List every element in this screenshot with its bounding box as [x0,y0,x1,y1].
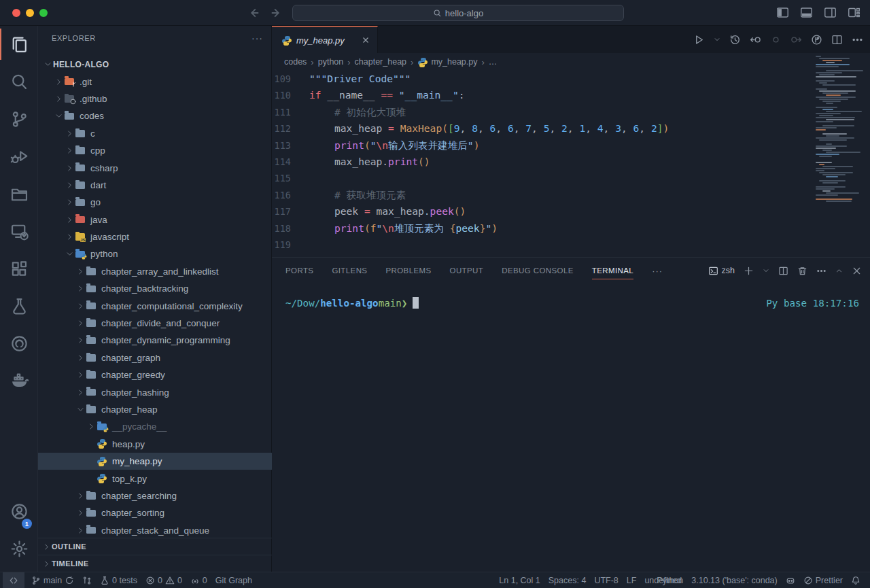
status-language-mode[interactable]: undefinedPython [640,572,687,588]
activity-item-project-folder[interactable] [0,175,38,213]
tree-item-chapter-graph[interactable]: chapter_graph [38,349,272,366]
section-outline[interactable]: OUTLINE [38,538,272,555]
toggle-secondary-sidebar-icon[interactable] [824,6,837,19]
chevron-down-icon[interactable] [53,111,64,122]
tree-item-chapter-hashing[interactable]: chapter_hashing [38,383,272,400]
chevron-down-icon[interactable] [42,59,53,70]
change-indicator-icon[interactable] [770,34,782,46]
panel-tab-debug-console[interactable]: DEBUG CONSOLE [502,258,574,283]
status-cursor-position[interactable]: Ln 1, Col 1 [495,572,544,588]
chevron-right-icon[interactable] [75,352,86,363]
tab-my-heap[interactable]: my_heap.py [272,26,378,53]
panel-tab-gitlens[interactable]: GITLENS [332,258,367,283]
status-encoding[interactable]: UTF-8 [590,572,622,588]
status-tests[interactable]: 0 tests [96,572,141,588]
toggle-sidebar-icon[interactable] [776,6,789,19]
tree-item-javascript[interactable]: JSjavascript [38,228,272,245]
close-window-button[interactable] [12,9,20,17]
status-indentation[interactable]: Spaces: 4 [544,572,591,588]
activity-item-source-control[interactable] [0,101,38,138]
tree-item-cpp[interactable]: cpp [38,142,272,159]
close-panel-icon[interactable] [852,266,862,276]
chevron-right-icon[interactable] [64,197,75,208]
accounts-button[interactable]: 1 [0,493,38,530]
chevron-down-icon[interactable] [75,404,86,415]
chevron-right-icon[interactable] [64,145,75,156]
code-editor[interactable]: 109"""Driver Code"""110if __name__ == "_… [272,71,870,257]
tree-item-my-heap-py[interactable]: my_heap.py [38,453,272,470]
breadcrumb-item-[interactable]: … [489,57,498,67]
tree-item-dart[interactable]: dart [38,177,272,194]
activity-item-github[interactable] [0,325,38,362]
chevron-right-icon[interactable] [64,128,75,139]
tree-item-chapter-array-and-linkedlist[interactable]: chapter_array_and_linkedlist [38,263,272,280]
tree-item-chapter-heap[interactable]: chapter_heap [38,401,272,418]
activity-item-docker[interactable] [0,362,38,400]
panel-tabs-more-icon[interactable]: ··· [652,266,663,276]
toggle-panel-icon[interactable] [800,6,813,19]
tree-item-pycache[interactable]: __pycache__ [38,418,272,435]
panel-tab-terminal[interactable]: TERMINAL [592,258,633,283]
activity-item-search[interactable] [0,63,38,101]
close-tab-icon[interactable] [361,35,370,45]
status-prettier[interactable]: Prettier [799,572,847,588]
status-git-graph[interactable]: Git Graph [211,572,256,588]
customize-layout-icon[interactable] [848,6,860,19]
tree-item-chapter-backtracking[interactable]: chapter_backtracking [38,280,272,297]
breadcrumb-item-chapter-heap[interactable]: chapter_heap [355,57,406,67]
chevron-right-icon[interactable] [75,508,86,519]
tree-item-hello-algo[interactable]: HELLO-ALGO [38,56,272,73]
tree-item-c[interactable]: c [38,125,272,142]
tree-item-github[interactable]: .github [38,90,272,107]
run-python-file-icon[interactable] [693,34,705,46]
status-remote[interactable] [3,572,24,588]
terminal-dropdown-icon[interactable] [763,267,769,274]
history-forward-icon[interactable] [269,6,283,20]
chevron-right-icon[interactable] [53,76,64,87]
terminal[interactable]: ~/Dow/hello-algo main ❯Py base 18:17:16 [285,297,859,309]
tree-item-heap-py[interactable]: heap.py [38,436,272,453]
chevron-right-icon[interactable] [75,490,86,501]
chevron-right-icon[interactable] [64,162,75,173]
status-feed[interactable]: 0 [186,572,211,588]
tree-item-chapter-stack-and-queue[interactable]: chapter_stack_and_queue [38,522,272,539]
activity-item-testing[interactable] [0,288,38,325]
next-change-icon[interactable] [790,34,802,46]
chevron-right-icon[interactable] [75,370,86,381]
tree-item-codes[interactable]: codes [38,107,272,124]
new-terminal-icon[interactable] [744,266,754,276]
explorer-more-actions-icon[interactable]: ··· [251,33,263,44]
chevron-right-icon[interactable] [53,93,64,104]
split-editor-icon[interactable] [831,34,843,46]
history-back-icon[interactable] [247,6,261,20]
chevron-right-icon[interactable] [64,214,75,225]
chevron-right-icon[interactable] [64,232,75,243]
chevron-down-icon[interactable] [64,249,75,260]
breadcrumb-item-codes[interactable]: codes [284,57,307,67]
activity-item-extensions[interactable] [0,250,38,288]
tree-item-git[interactable]: .git [38,73,272,90]
section-timeline[interactable]: TIMELINE [38,555,272,572]
activity-item-run-debug[interactable] [0,138,38,175]
timeline-icon[interactable] [729,34,741,46]
tree-item-go[interactable]: go [38,194,272,211]
breadcrumb-item-python[interactable]: python [318,57,344,67]
chevron-right-icon[interactable] [75,266,86,277]
maximize-panel-icon[interactable] [835,267,843,275]
chevron-right-icon[interactable] [75,335,86,346]
tree-item-chapter-searching[interactable]: chapter_searching [38,487,272,504]
chevron-right-icon[interactable] [75,525,86,536]
run-options-chevron-icon[interactable] [714,36,720,43]
minimize-window-button[interactable] [26,9,34,17]
activity-item-explorer[interactable] [0,26,38,63]
split-terminal-icon[interactable] [778,266,788,276]
chevron-right-icon[interactable] [75,387,86,398]
chevron-right-icon[interactable] [75,283,86,294]
tree-item-java[interactable]: java [38,211,272,228]
status-problems[interactable]: 00 [141,572,186,588]
panel-tab-ports[interactable]: PORTS [285,258,313,283]
tree-item-csharp[interactable]: csharp [38,159,272,176]
gitlens-graph-icon[interactable] [811,34,822,46]
tree-item-chapter-computational-complexity[interactable]: chapter_computational_complexity [38,297,272,314]
tree-item-chapter-greedy[interactable]: chapter_greedy [38,366,272,383]
